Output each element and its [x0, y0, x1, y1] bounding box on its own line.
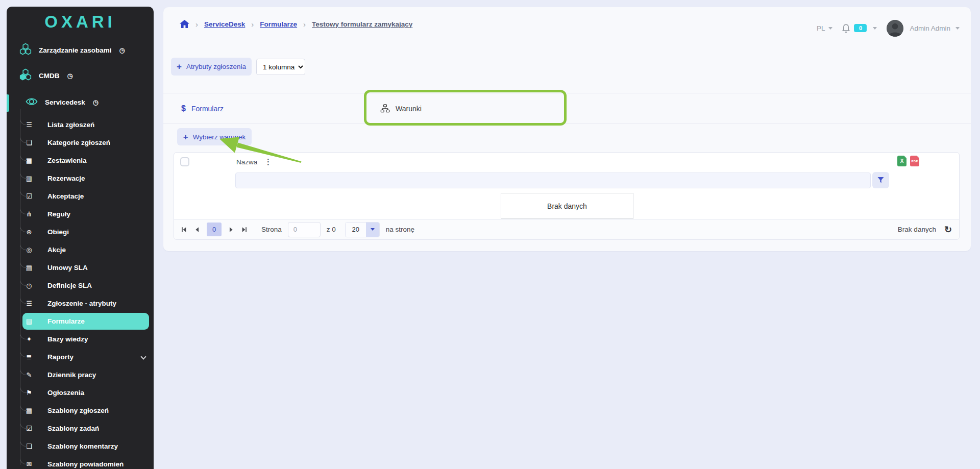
- filter-button[interactable]: [872, 172, 889, 188]
- language-label: PL: [817, 24, 825, 32]
- cmdb-hexagons-icon: [19, 68, 32, 83]
- breadcrumb-separator: ›: [303, 20, 306, 29]
- conditions-table: Nazwa ⋮ X PDF Brak danych: [174, 152, 960, 240]
- sidebar-item-label: Raporty: [47, 353, 74, 361]
- user-name: Admin Admin: [910, 24, 950, 32]
- sidebar-item-label: Umowy SLA: [47, 264, 88, 271]
- sidebar-item-lista-zgloszen[interactable]: ☰ Lista zgłoszeń: [7, 116, 154, 134]
- breadcrumb-link-servicedesk[interactable]: ServiceDesk: [204, 20, 245, 28]
- page-size-value: 20: [346, 223, 366, 237]
- add-ticket-attributes-button[interactable]: + Atrybuty zgłoszenia: [171, 58, 252, 76]
- tab-label: Formularz: [191, 105, 224, 113]
- sidebar-item-label: Lista zgłoszeń: [47, 121, 94, 129]
- columns-select[interactable]: 1 kolumna: [256, 59, 305, 75]
- select-all-checkbox[interactable]: [180, 157, 189, 166]
- plus-icon: +: [183, 133, 188, 141]
- sidebar-item-zgloszenie-atrybuty[interactable]: ☰ Zgłoszenie - atrybuty: [7, 294, 154, 312]
- breadcrumb: › ServiceDesk › Formularze › Testowy for…: [180, 17, 412, 31]
- sidebar-item-akcje[interactable]: ◎ Akcje: [7, 241, 154, 259]
- button-label: Atrybuty zgłoszenia: [186, 63, 246, 70]
- worklog-icon: ✎: [24, 371, 34, 379]
- export-pdf-button[interactable]: PDF: [910, 156, 919, 166]
- page-number-input[interactable]: [288, 222, 321, 237]
- checklist-icon: ☑: [24, 192, 34, 200]
- sidebar-item-akceptacje[interactable]: ☑ Akceptacje: [7, 187, 154, 205]
- column-header-nazwa[interactable]: Nazwa: [236, 158, 257, 166]
- empty-state-text: Brak danych: [547, 202, 587, 210]
- document-icon: ▤: [24, 264, 34, 271]
- attributes-list-icon: ☰: [24, 300, 34, 307]
- main-content-card: › ServiceDesk › Formularze › Testowy for…: [163, 7, 971, 251]
- tab-warunki[interactable]: Warunki: [380, 93, 422, 124]
- tabstrip: $ Formularz Warunki: [163, 93, 971, 124]
- sidebar-item-szablony-powiadomien[interactable]: ✉ Szablony powiadomień: [7, 455, 154, 469]
- previous-page-icon[interactable]: [193, 226, 201, 233]
- sitemap-icon: [380, 104, 390, 113]
- plus-icon: +: [177, 62, 182, 71]
- sidebar-item-label: Zarządzanie zasobami: [39, 46, 112, 54]
- sidebar-item-formularze[interactable]: ▤ Formularze: [22, 313, 149, 330]
- last-page-icon[interactable]: [241, 226, 248, 233]
- sidebar-item-kategorie-zgloszen[interactable]: ❏ Kategorie zgłoszeń: [7, 134, 154, 152]
- sidebar-item-label: Servicedesk: [45, 98, 85, 106]
- select-condition-button[interactable]: + Wybierz warunek: [177, 128, 252, 145]
- servicedesk-icon: [25, 95, 38, 110]
- sidebar-item-rezerwacje[interactable]: ▥ Rezerwacje: [7, 169, 154, 187]
- sidebar-item-ogloszenia[interactable]: ⚑ Ogłoszenia: [7, 384, 154, 402]
- ticket-template-icon: ▤: [24, 407, 34, 414]
- language-selector[interactable]: PL: [817, 24, 833, 32]
- stopwatch-icon: ◷: [24, 282, 34, 289]
- sidebar-item-label: Kategorie zgłoszeń: [47, 139, 110, 146]
- next-page-icon[interactable]: [228, 226, 235, 233]
- sidebar-item-zestawienia[interactable]: ▦ Zestawienia: [7, 152, 154, 169]
- reports-icon: ≣: [24, 353, 34, 361]
- sidebar-item-reguly[interactable]: ⋔ Reguły: [7, 205, 154, 223]
- per-page-label: na stronę: [386, 226, 414, 233]
- first-page-icon[interactable]: [180, 226, 187, 233]
- sidebar-item-szablony-zadan[interactable]: ☑ Szablony zadań: [7, 419, 154, 437]
- tab-formularz[interactable]: $ Formularz: [181, 93, 224, 124]
- export-excel-button[interactable]: X: [897, 156, 906, 166]
- task-template-icon: ☑: [24, 425, 34, 432]
- sidebar-item-label: Akceptacje: [47, 192, 84, 200]
- notification-count-badge: 0: [854, 24, 867, 32]
- sidebar-item-label: Akcje: [47, 246, 66, 254]
- page-label: Strona: [261, 226, 282, 233]
- breadcrumb-current-page[interactable]: Testowy formularz zamykający: [312, 20, 412, 28]
- home-icon[interactable]: [180, 20, 189, 29]
- oxari-logo: OXARI: [7, 7, 154, 37]
- sidebar-item-zarzadzanie-zasobami[interactable]: Zarządzanie zasobami ◷: [7, 37, 154, 63]
- current-page-button[interactable]: 0: [207, 223, 222, 236]
- sidebar-item-szablony-komentarzy[interactable]: ❏ Szablony komentarzy: [7, 437, 154, 455]
- sidebar-item-bazy-wiedzy[interactable]: ✦ Bazy wiedzy: [7, 330, 154, 348]
- comment-template-icon: ❏: [24, 442, 34, 450]
- filter-input[interactable]: [235, 172, 871, 188]
- caret-down-icon: [873, 27, 877, 30]
- breadcrumb-link-formularze[interactable]: Formularze: [260, 20, 297, 28]
- sidebar-item-label: CMDB: [39, 72, 60, 80]
- sidebar-item-label: Szablony zadań: [47, 425, 99, 432]
- announcements-icon: ⚑: [24, 389, 34, 397]
- page-size-select[interactable]: 20: [345, 222, 380, 237]
- chevron-down-icon: [140, 354, 146, 359]
- sidebar-item-umowy-sla[interactable]: ▤ Umowy SLA: [7, 259, 154, 277]
- user-menu[interactable]: Admin Admin: [881, 20, 960, 37]
- empty-state-box: Brak danych: [501, 193, 633, 219]
- sidebar-item-dziennik-pracy[interactable]: ✎ Dziennik pracy: [7, 366, 154, 384]
- sidebar-item-label: Obiegi: [47, 228, 69, 236]
- column-menu-icon[interactable]: ⋮: [264, 157, 272, 166]
- workflow-icon: ⊛: [24, 228, 34, 236]
- sidebar-item-cmdb[interactable]: CMDB ◷: [7, 63, 154, 88]
- refresh-icon[interactable]: ↻: [944, 225, 952, 234]
- notifications-button[interactable]: 0: [841, 23, 877, 33]
- knowledge-icon: ✦: [24, 335, 34, 343]
- tab-label: Warunki: [396, 105, 422, 113]
- sidebar-item-obiegi[interactable]: ⊛ Obiegi: [7, 223, 154, 241]
- sidebar-item-definicje-sla[interactable]: ◷ Definicje SLA: [7, 277, 154, 294]
- caret-down-icon: [366, 223, 379, 237]
- sidebar-item-servicedesk[interactable]: Servicedesk ◷: [7, 88, 154, 116]
- sidebar-item-raporty[interactable]: ≣ Raporty: [7, 348, 154, 366]
- sidebar-item-label: Szablony komentarzy: [47, 442, 118, 450]
- sidebar-item-szablony-zgloszen[interactable]: ▤ Szablony zgłoszeń: [7, 402, 154, 419]
- caret-down-icon: [955, 27, 960, 30]
